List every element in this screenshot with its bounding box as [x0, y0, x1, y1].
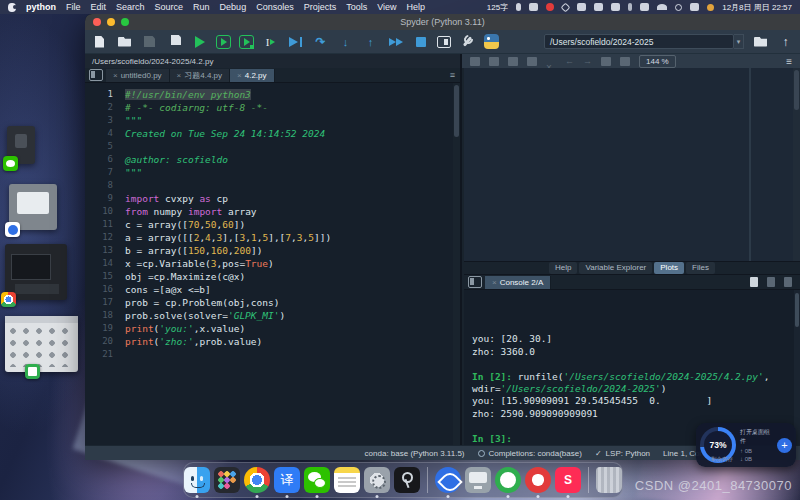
widget-add-button[interactable]: + [777, 438, 792, 453]
editor-scrollbar-thumb[interactable] [454, 85, 459, 137]
menu-item-edit[interactable]: Edit [91, 2, 107, 12]
code-text[interactable]: #!/usr/bin/env python3# -*- codiarng: ut… [121, 83, 460, 459]
plots-scrollbar-thumb[interactable] [794, 70, 799, 110]
conda-env-status[interactable]: conda: base (Python 3.11.5) [365, 449, 465, 458]
close-console-icon[interactable]: × [492, 278, 497, 287]
console-scrollbar-thumb[interactable] [795, 293, 799, 327]
bluetooth-icon[interactable] [628, 3, 632, 11]
close-tab-icon[interactable]: × [177, 71, 182, 80]
close-tab-icon[interactable]: × [237, 71, 242, 80]
browse-console-tabs-icon[interactable] [468, 276, 482, 288]
browse-working-directory-button[interactable] [752, 34, 769, 50]
remove-plot-icon[interactable] [527, 57, 537, 66]
greenring-app-icon[interactable] [495, 467, 521, 493]
editor-options-icon[interactable]: ≡ [450, 70, 460, 82]
menu-item-search[interactable]: Search [116, 2, 145, 12]
window-title-bar[interactable]: Spyder (Python 3.11) [85, 14, 800, 30]
next-plot-icon[interactable]: → [583, 57, 592, 66]
zoom-in-icon[interactable] [601, 57, 611, 66]
wechat-app-icon[interactable] [304, 467, 330, 493]
finder-app-icon[interactable] [184, 467, 210, 493]
dock-item-settings[interactable] [364, 467, 390, 493]
code-area[interactable]: 123456789101112131415161718192021 #!/usr… [85, 83, 460, 459]
memory-widget[interactable]: 73% 剩余内存 打开桌面组件 ↑ 0B ↓ 0B + [696, 423, 796, 467]
dock-item-chrome[interactable] [244, 467, 270, 493]
tab-variable-explorer[interactable]: Variable Explorer [579, 262, 652, 274]
plots-scrollbar[interactable] [793, 68, 800, 261]
menu-item-projects[interactable]: Projects [304, 2, 337, 12]
keychain-app-icon[interactable] [394, 467, 420, 493]
dock-item-launchpad[interactable] [214, 467, 240, 493]
dock-item-wechat[interactable] [304, 467, 330, 493]
sunflower-app-icon[interactable] [435, 467, 461, 493]
console-output[interactable]: you: [20. 30.]zho: 3360.0 In [2]: runfil… [464, 290, 800, 445]
input-method-status[interactable]: 125字 [487, 2, 508, 13]
dock-item-trash[interactable] [596, 467, 622, 493]
menu-item-run[interactable]: Run [193, 2, 210, 12]
preferences-wrench-button[interactable] [459, 34, 476, 50]
new-console-icon[interactable] [750, 277, 758, 287]
reds-app-icon[interactable]: S [555, 467, 581, 493]
dock-item-translate[interactable]: 译 [274, 467, 300, 493]
shapes-icon[interactable] [561, 2, 571, 12]
step-over-button[interactable] [312, 34, 329, 50]
columns-icon[interactable] [594, 3, 603, 11]
run-cell-advance-button[interactable] [239, 35, 254, 49]
search-icon[interactable] [675, 4, 682, 11]
menu-item-help[interactable]: Help [407, 2, 426, 12]
menu-item-file[interactable]: File [66, 2, 81, 12]
run-selection-button[interactable] [262, 34, 279, 50]
run-cell-button[interactable] [216, 35, 231, 49]
completions-status[interactable]: Completions: conda(base) [478, 449, 582, 458]
debug-button[interactable] [287, 34, 304, 50]
editor-tab-untitled0-py[interactable]: ×untitled0.py [106, 69, 170, 82]
remove-all-plots-icon[interactable] [546, 57, 556, 66]
apple-menu-icon[interactable] [8, 3, 16, 12]
microphone-icon[interactable] [516, 3, 521, 11]
display-icon[interactable] [690, 3, 699, 11]
dock-item-remoteview[interactable] [465, 467, 491, 493]
menu-item-source[interactable]: Source [155, 2, 184, 12]
tab-plots[interactable]: Plots [654, 262, 684, 274]
dock-item-keychain[interactable] [394, 467, 420, 493]
step-out-button[interactable] [362, 34, 379, 50]
redapple-app-icon[interactable] [525, 467, 551, 493]
settings-app-icon[interactable] [364, 467, 390, 493]
editor-scrollbar[interactable] [453, 83, 460, 459]
minimized-remote-window[interactable] [9, 184, 57, 230]
maximize-pane-button[interactable] [437, 36, 451, 48]
zoom-out-icon[interactable] [620, 57, 630, 66]
translate-app-icon[interactable]: 译 [274, 467, 300, 493]
console-scrollbar[interactable] [794, 290, 800, 445]
dock-item-reds[interactable]: S [555, 467, 581, 493]
menu-bar-clock[interactable]: 12月8日 周日 22:57 [722, 2, 792, 13]
copy-plot-icon[interactable] [508, 57, 518, 66]
close-tab-icon[interactable]: × [113, 71, 118, 80]
editor-tab-4-2-py[interactable]: ×4.2.py [230, 69, 274, 82]
dock-item-notes[interactable] [334, 467, 360, 493]
menu-item-consoles[interactable]: Consoles [256, 2, 294, 12]
trash-app-icon[interactable] [596, 467, 622, 493]
plots-zoom-level[interactable]: 144 % [639, 55, 676, 68]
save-button[interactable] [141, 34, 158, 50]
plots-options-menu-icon[interactable]: ≡ [786, 56, 792, 67]
stop-button[interactable] [412, 34, 429, 50]
chat-icon[interactable] [577, 3, 586, 11]
remoteview-app-icon[interactable] [465, 467, 491, 493]
pause-console-icon[interactable] [767, 277, 775, 287]
chrome-app-icon[interactable] [244, 467, 270, 493]
tab-files[interactable]: Files [686, 262, 715, 274]
menu-item-debug[interactable]: Debug [220, 2, 247, 12]
step-into-button[interactable] [337, 34, 354, 50]
continue-button[interactable] [387, 34, 404, 50]
parent-directory-button[interactable] [777, 34, 794, 50]
save-all-button[interactable] [166, 34, 183, 50]
dock-item-sunflower[interactable] [435, 467, 461, 493]
battery-icon[interactable] [640, 3, 649, 11]
working-directory-combobox[interactable]: /Users/scofieldo/2024-2025 [544, 34, 734, 49]
dock-item-greenring[interactable] [495, 467, 521, 493]
previous-plot-icon[interactable]: ← [565, 57, 574, 66]
menu-item-tools[interactable]: Tools [346, 2, 367, 12]
lsp-status[interactable]: ✓ LSP: Python [595, 449, 650, 458]
switch-icon[interactable] [611, 3, 620, 11]
